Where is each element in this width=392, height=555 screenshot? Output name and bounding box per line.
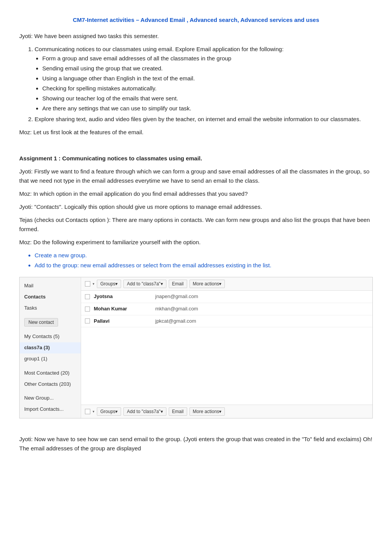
bullet-item: Are there any settings that we can use t… <box>42 104 373 113</box>
contact-checkbox-mohan[interactable] <box>85 307 90 312</box>
experiment-bullet2: Add to the group: new email addresses or… <box>35 261 373 270</box>
gmail-sidebar: Mail Contacts Tasks New contact My Conta… <box>20 277 81 418</box>
footer-text: Jyoti: Now we have to see how we can sen… <box>19 435 373 453</box>
body-para2: Moz: In which option in the email applic… <box>19 189 373 198</box>
sidebar-item-new-group[interactable]: New Group... <box>20 393 81 404</box>
bullet-item: Checking for spelling mistakes automatic… <box>42 84 373 93</box>
select-all-checkbox[interactable] <box>85 281 90 287</box>
add-to-group-button[interactable]: Add to "class7a"▾ <box>123 280 166 288</box>
contact-row-pallavi: Pallavi jpkcat@gmail.com <box>81 315 372 328</box>
sidebar-item-class7a[interactable]: class7a (3) <box>20 342 81 353</box>
task1-bullets: Form a group and save email addresses of… <box>42 54 373 113</box>
sidebar-item-other-contacts[interactable]: Other Contacts (203) <box>20 379 81 390</box>
select-all-checkbox-bottom[interactable] <box>85 409 90 414</box>
sidebar-divider <box>20 390 81 393</box>
para3-prefix: Jyoti: " <box>19 203 37 210</box>
contact-name-mohan: Mohan Kumar <box>94 305 151 313</box>
task-list: Communicating notices to our classmates … <box>35 45 373 124</box>
contact-row-jyotsna: Jyotsna jnapen@gmail.com <box>81 291 372 303</box>
task1-label: Communicating notices to our classmates … <box>35 46 284 52</box>
more-actions-top-button[interactable]: More actions▾ <box>189 280 225 288</box>
sidebar-item-import-contacts[interactable]: Import Contacts... <box>20 404 81 415</box>
bullet-item: Showing our teacher log of the emails th… <box>42 94 373 103</box>
sidebar-item-group1[interactable]: group1 (1) <box>20 353 81 365</box>
sidebar-item-contacts[interactable]: Contacts <box>20 292 81 303</box>
more-actions-bottom-button[interactable]: More actions▾ <box>189 407 225 416</box>
para3-suffix: ". Logically this option should give us … <box>59 203 262 210</box>
sidebar-item-tasks[interactable]: Tasks <box>20 303 81 314</box>
contact-checkbox-pallavi[interactable] <box>85 318 90 323</box>
contact-checkbox-jyotsna[interactable] <box>85 294 90 299</box>
contact-email-jyotsna: jnapen@gmail.com <box>155 293 198 301</box>
groups-button[interactable]: Groups▾ <box>97 280 121 288</box>
sidebar-divider <box>20 313 81 317</box>
gmail-main: ▾ Groups▾ Add to "class7a"▾ Email More a… <box>81 277 372 418</box>
checkbox-dropdown-arrow[interactable]: ▾ <box>93 281 95 287</box>
gmail-top-toolbar: ▾ Groups▾ Add to "class7a"▾ Email More a… <box>81 277 372 291</box>
sidebar-divider <box>20 328 81 331</box>
gmail-bottom-toolbar: ▾ Groups▾ Add to "class7a"▾ Email More a… <box>81 405 372 418</box>
contact-name-pallavi: Pallavi <box>94 317 151 325</box>
page-title: CM7-Internet activities – Advanced Email… <box>19 15 373 25</box>
task1-item: Communicating notices to our classmates … <box>35 45 373 113</box>
moz-line1: Moz: Let us first look at the features o… <box>19 128 373 137</box>
email-button-bottom[interactable]: Email <box>169 407 187 416</box>
bullet-item: Using a language other than English in t… <box>42 74 373 83</box>
para3-italic: Contacts <box>37 203 59 210</box>
bullet-item: Form a group and save email addresses of… <box>42 54 373 63</box>
contact-email-mohan: mkhan@gmail.com <box>155 305 198 313</box>
new-contact-button[interactable]: New contact <box>24 318 58 327</box>
contact-email-pallavi: jpkcat@gmail.com <box>155 317 196 325</box>
bullet-item: Sending email using the group that we cr… <box>42 64 373 73</box>
experiment-bullet1: Create a new group. <box>35 251 373 260</box>
sidebar-item-most-contacted[interactable]: Most Contacted (20) <box>20 368 81 379</box>
assignment-heading: Assignment 1 : Communicating notices to … <box>19 154 373 163</box>
checkbox-dropdown-arrow-bottom[interactable]: ▾ <box>93 409 95 414</box>
sidebar-divider <box>20 365 81 368</box>
body-para5: Moz: Do the following experiment to fami… <box>19 238 373 247</box>
experiment-list: Create a new group. Add to the group: ne… <box>35 251 373 270</box>
intro-line1: Jyoti: We have been assigned two tasks t… <box>19 32 373 41</box>
body-para1: Jyoti: Firstly we want to find a feature… <box>19 167 373 185</box>
groups-button-bottom[interactable]: Groups▾ <box>97 407 121 416</box>
body-para4: Tejas (checks out Contacts option ): The… <box>19 215 373 234</box>
contact-row-mohan: Mohan Kumar mkhan@gmail.com <box>81 303 372 315</box>
contact-name-jyotsna: Jyotsna <box>94 293 151 301</box>
body-para3: Jyoti: "Contacts". Logically this option… <box>19 202 373 212</box>
sidebar-item-mail[interactable]: Mail <box>20 280 81 292</box>
gmail-contacts-panel: Mail Contacts Tasks New contact My Conta… <box>19 277 373 418</box>
email-button[interactable]: Email <box>169 280 187 288</box>
add-to-group-button-bottom[interactable]: Add to "class7a"▾ <box>123 407 166 416</box>
sidebar-item-my-contacts[interactable]: My Contacts (5) <box>20 331 81 342</box>
task2-item: Explore sharing text, audio and video fi… <box>35 115 373 124</box>
